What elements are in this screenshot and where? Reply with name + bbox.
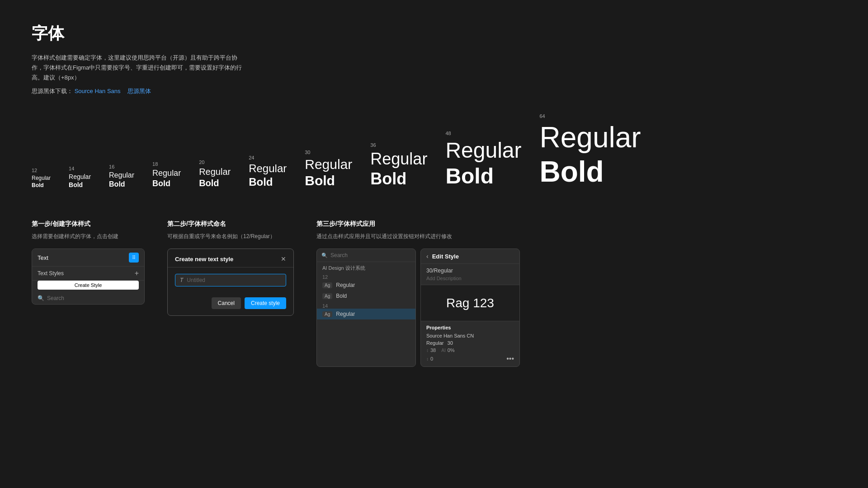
- panel-title: Text: [38, 254, 48, 261]
- search-input[interactable]: [47, 295, 115, 301]
- step1-title: 第一步/创建字体样式: [32, 220, 145, 228]
- create-style-tooltip: Create Style: [38, 281, 139, 290]
- step3-panels: 🔍 AI Design 设计系统 12 Ag Regular Ag Bold 1…: [316, 249, 520, 367]
- line-height-icon: ↕: [426, 348, 429, 353]
- letter-spacing-metric: AI 0%: [441, 347, 454, 353]
- style-item-bold-12[interactable]: Ag Bold: [317, 291, 415, 301]
- paragraph-spacing-metric: ↕ 0: [426, 356, 433, 361]
- properties-title: Properties: [426, 325, 514, 330]
- main-container: 字体 字体样式创建需要确定字体，这里建议使用思跨平台（开源）且有助于跨平台协作，…: [0, 0, 868, 389]
- style-name-regular-14: Regular: [336, 311, 355, 317]
- more-options-button[interactable]: •••: [506, 355, 514, 363]
- paragraph-spacing-value: 0: [430, 356, 433, 361]
- dialog-actions: Cancel Create style: [168, 293, 293, 315]
- font-weight-value: Regular: [426, 340, 444, 346]
- styles-search-row: 🔍: [317, 249, 415, 262]
- letter-spacing-icon: AI: [441, 348, 445, 353]
- step3-desc: 通过点击样式应用并且可以通过设置按钮对样式进行修改: [316, 233, 520, 240]
- close-icon[interactable]: ✕: [281, 255, 286, 263]
- panel-grid-icon[interactable]: ⠿: [129, 253, 139, 263]
- step1-block: 第一步/创建字体样式 选择需要创建样式的字体，点击创建 Text ⠿ Text …: [32, 220, 145, 305]
- links-row: 思源黑体下载： Source Han Sans 思源黑体: [32, 87, 836, 95]
- link-source-han-sans[interactable]: Source Han Sans: [75, 88, 121, 94]
- font-item-64: 64 Regular Bold: [539, 113, 641, 188]
- edit-panel-header: ‹ Edit Style: [421, 249, 519, 264]
- style-name-regular: Regular: [336, 282, 355, 288]
- page-title: 字体: [32, 23, 836, 45]
- ag-badge: Ag: [322, 282, 332, 288]
- preview-area: Rag 123: [421, 285, 519, 321]
- step2-block: 第二步/字体样式命名 可根据自重或字号来命名例如（12/Regular） Cre…: [167, 220, 294, 316]
- text-styles-label: Text Styles: [38, 270, 64, 277]
- font-item-18: 18 Regular Bold: [152, 161, 181, 188]
- edit-panel-title: Edit Style: [432, 253, 459, 260]
- back-icon[interactable]: ‹: [426, 253, 429, 260]
- step1-panel: Text ⠿ Text Styles + Create Style 🔍: [32, 249, 145, 305]
- create-style-button[interactable]: Create style: [245, 297, 286, 309]
- font-size-value: 30: [448, 340, 453, 346]
- font-family-value: Source Han Sans CN: [426, 333, 474, 338]
- step2-title: 第二步/字体样式命名: [167, 220, 294, 228]
- panel-header: Text ⠿: [32, 249, 144, 267]
- edit-style-panel: ‹ Edit Style 30/Regular Add Description …: [420, 249, 520, 367]
- search-row: 🔍: [32, 292, 144, 304]
- steps-row: 第一步/创建字体样式 选择需要创建样式的字体，点击创建 Text ⠿ Text …: [32, 220, 836, 367]
- styles-list-panel: 🔍 AI Design 设计系统 12 Ag Regular Ag Bold 1…: [316, 249, 416, 367]
- properties-section: Properties Source Han Sans CN Regular 30…: [421, 321, 519, 366]
- font-item-24: 24 Regular Bold: [249, 155, 287, 188]
- font-item-30: 30 Regular Bold: [305, 150, 352, 188]
- prop-metrics: ↕ 38 AI 0%: [426, 347, 514, 353]
- line-height-metric: ↕ 38: [426, 347, 436, 353]
- font-item-20: 20 Regular Bold: [199, 160, 231, 188]
- links-label: 思源黑体下载：: [32, 88, 73, 94]
- preview-text: Rag 123: [446, 296, 494, 310]
- font-grid: 12 Regular Bold 14 Regular Bold 16 Regul…: [32, 113, 836, 193]
- font-item-16: 16 Regular Bold: [109, 164, 134, 188]
- ag-badge: Ag: [322, 311, 332, 317]
- text-styles-row: Text Styles +: [32, 267, 144, 281]
- add-style-icon[interactable]: +: [135, 269, 139, 277]
- search-icon: 🔍: [321, 253, 328, 258]
- step2-desc: 可根据自重或字号来命名例如（12/Regular）: [167, 233, 294, 240]
- link-source-han-cn[interactable]: 思源黑体: [127, 88, 151, 94]
- style-name-input-row: T: [175, 274, 286, 286]
- page-description: 字体样式创建需要确定字体，这里建议使用思跨平台（开源）且有助于跨平台协作，字体样…: [32, 53, 249, 83]
- dialog-title: Create new text style: [175, 256, 233, 263]
- step1-desc: 选择需要创建样式的字体，点击创建: [32, 233, 145, 240]
- text-type-icon: T: [180, 277, 183, 283]
- bottom-row: ↕ 0 •••: [426, 355, 514, 363]
- dialog-body: T: [168, 267, 293, 293]
- font-item-36: 36 Regular Bold: [370, 142, 427, 188]
- styles-search-input[interactable]: [330, 252, 398, 258]
- size-label-12: 12: [317, 272, 415, 280]
- style-name-bold: Bold: [336, 293, 347, 299]
- edit-style-name: 30/Regular: [421, 264, 519, 275]
- style-item-regular-12[interactable]: Ag Regular: [317, 280, 415, 291]
- search-icon: 🔍: [38, 295, 44, 301]
- font-weight-size-row: Regular 30: [426, 340, 514, 346]
- size-label-14: 14: [317, 301, 415, 309]
- paragraph-icon: ↕: [426, 357, 429, 361]
- style-name-input[interactable]: [187, 277, 281, 283]
- styles-group-label: AI Design 设计系统: [317, 262, 415, 272]
- line-height-value: 38: [430, 347, 436, 353]
- cancel-button[interactable]: Cancel: [212, 297, 241, 309]
- style-item-regular-14[interactable]: Ag Regular: [317, 309, 415, 319]
- step3-title: 第三步/字体样式应用: [316, 220, 520, 228]
- font-family-row: Source Han Sans CN: [426, 333, 514, 338]
- ag-badge: Ag: [322, 293, 332, 299]
- create-style-dialog: Create new text style ✕ T Cancel Create …: [167, 249, 294, 316]
- step3-block: 第三步/字体样式应用 通过点击样式应用并且可以通过设置按钮对样式进行修改 🔍 A…: [316, 220, 520, 367]
- font-item-14: 14 Regular Bold: [69, 166, 91, 188]
- font-item-12: 12 Regular Bold: [32, 168, 51, 188]
- edit-description-placeholder[interactable]: Add Description: [421, 275, 519, 285]
- letter-spacing-value: 0%: [448, 347, 455, 353]
- dialog-header: Create new text style ✕: [168, 249, 293, 267]
- font-item-48: 48 Regular Bold: [445, 131, 521, 188]
